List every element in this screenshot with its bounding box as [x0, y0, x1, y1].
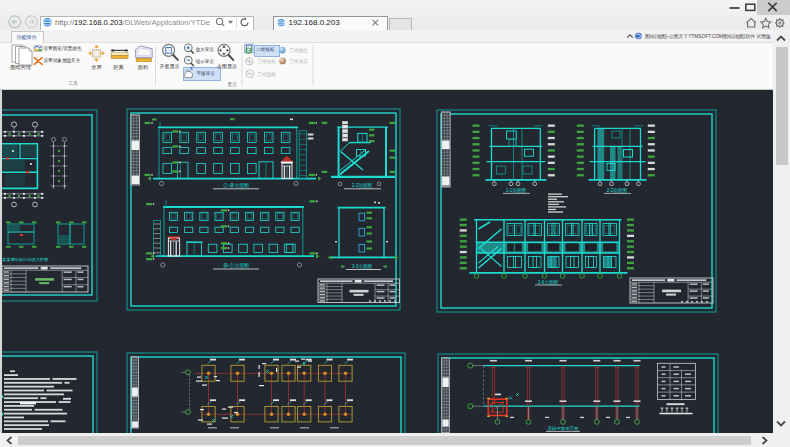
- svg-text:3-3立面图: 3-3立面图: [352, 263, 372, 270]
- svg-text:缩小显示: 缩小显示: [196, 59, 215, 65]
- svg-text:某某建筑设计说明大样图: 某某建筑设计说明大样图: [2, 257, 48, 262]
- svg-text:面积: 面积: [138, 64, 149, 70]
- svg-text:192.168.0.203: 192.168.0.203: [289, 18, 341, 27]
- svg-text:功能操作: 功能操作: [16, 34, 37, 41]
- svg-text:①-⑧立面图: ①-⑧立面图: [223, 182, 249, 188]
- svg-text:全图显示: 全图显示: [217, 63, 237, 70]
- svg-text:三维真实: 三维真实: [290, 58, 309, 64]
- svg-text:设置图形/背景颜色: 设置图形/背景颜色: [44, 45, 82, 52]
- svg-text:放大显示: 放大显示: [196, 46, 215, 53]
- svg-text:距离: 距离: [113, 64, 124, 70]
- svg-text:开窗显示: 开窗显示: [160, 63, 180, 70]
- svg-text:三维线框: 三维线框: [257, 59, 276, 64]
- svg-text:设置对象捕捉开关: 设置对象捕捉开关: [44, 57, 81, 64]
- svg-text:三维隐藏: 三维隐藏: [257, 71, 276, 78]
- svg-text:二维线框: 二维线框: [256, 47, 275, 52]
- svg-text:1-1剖面图: 1-1剖面图: [506, 187, 526, 194]
- svg-text:⑧-①立面图: ⑧-①立面图: [223, 262, 249, 268]
- svg-text:http://192.168.0.203/DLWeb/App: http://192.168.0.203/DLWeb/Application/Y…: [55, 18, 210, 27]
- svg-text:2-2剖面图: 2-2剖面图: [607, 187, 627, 194]
- svg-text:2-8立面图: 2-8立面图: [538, 279, 558, 286]
- svg-text:图纸(地图)-公图天下YTMSOFT.COM图纸(地图)软件: 图纸(地图)-公图天下YTMSOFT.COM图纸(地图)软件 试用版: [645, 34, 771, 40]
- svg-text:基础平面布置图: 基础平面布置图: [548, 426, 579, 431]
- svg-text:显示: 显示: [227, 82, 237, 87]
- svg-text:全屏: 全屏: [91, 64, 102, 70]
- svg-text:2-2剖面图: 2-2剖面图: [352, 182, 372, 189]
- svg-text:图纸管理: 图纸管理: [10, 64, 31, 71]
- svg-text:平移显示: 平移显示: [197, 70, 216, 77]
- svg-text:工具: 工具: [68, 80, 78, 86]
- svg-text:三维概念: 三维概念: [290, 48, 309, 54]
